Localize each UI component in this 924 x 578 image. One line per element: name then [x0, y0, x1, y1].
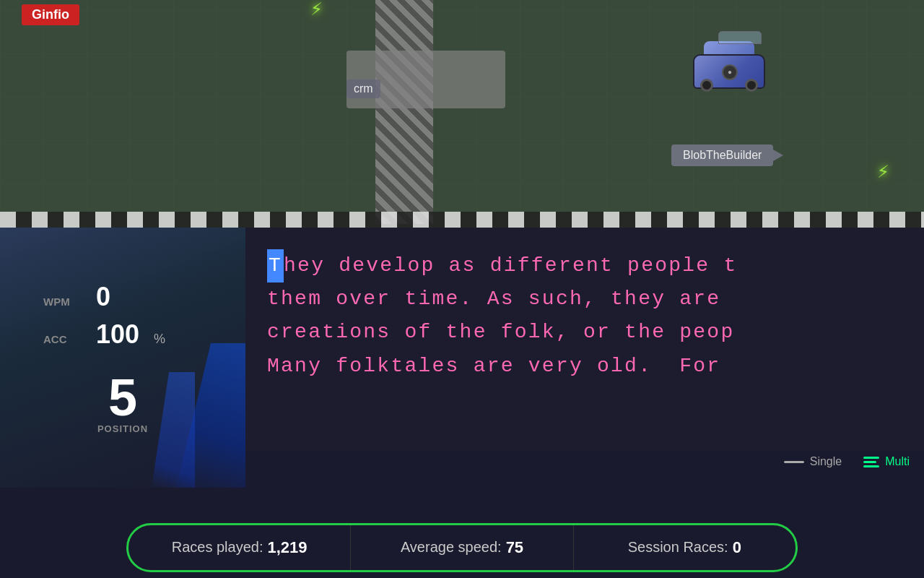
- multi-mode-option[interactable]: Multi: [863, 455, 910, 468]
- player-label-crm: crm: [346, 79, 380, 98]
- car-window: [718, 31, 762, 44]
- typing-text: They develop as different people t them …: [267, 249, 902, 383]
- stats-container: Races played: 1,219 Average speed: 75 Se…: [126, 523, 798, 572]
- player-label-ginfio: Ginfio: [22, 4, 79, 25]
- cursor-char: T: [267, 249, 284, 282]
- car-body: ●: [693, 54, 765, 89]
- lightning-icon-2: ⚡: [877, 159, 889, 184]
- blue-swoosh-decoration-2: [152, 372, 195, 488]
- session-races-value: 0: [733, 538, 741, 557]
- game-area: ⚡ ⚡ Ginfio crm BlobTheBuilder ●: [0, 0, 924, 228]
- wpm-row: WPM 0: [43, 282, 202, 312]
- mode-switcher: Single Multi: [784, 455, 910, 468]
- races-played-value: 1,219: [268, 538, 308, 557]
- lightning-icon: ⚡: [310, 0, 323, 21]
- single-mode-icon: [784, 461, 804, 463]
- multi-line-1: [863, 457, 879, 459]
- typing-area[interactable]: They develop as different people t them …: [245, 228, 924, 452]
- races-played-label: Races played:: [172, 539, 263, 556]
- multi-line-3: [863, 465, 879, 467]
- car-emblem: ●: [722, 64, 738, 80]
- session-races-stat: Session Races: 0: [574, 525, 796, 570]
- avg-speed-stat: Average speed: 75: [351, 525, 573, 570]
- single-mode-label[interactable]: Single: [810, 455, 842, 468]
- session-races-label: Session Races:: [628, 539, 728, 556]
- position-block: 5 POSITION: [97, 371, 148, 434]
- multi-mode-icon: [863, 457, 879, 467]
- player-label-blob: BlobTheBuilder: [671, 144, 773, 166]
- acc-value: 100: [96, 319, 139, 350]
- car-wheel-right: [745, 79, 758, 92]
- position-label: POSITION: [97, 423, 148, 434]
- wpm-label: WPM: [43, 296, 83, 308]
- stats-panel: WPM 0 ACC 100 % 5 POSITION: [0, 228, 245, 488]
- wpm-value: 0: [96, 282, 110, 312]
- tower-structure: [375, 0, 433, 224]
- car-wheel-left: [700, 79, 713, 92]
- single-mode-option[interactable]: Single: [784, 455, 842, 468]
- bottom-stats-bar: Races played: 1,219 Average speed: 75 Se…: [0, 517, 924, 578]
- multi-mode-label[interactable]: Multi: [885, 455, 910, 468]
- position-number: 5: [97, 371, 148, 423]
- multi-line-2: [863, 461, 876, 463]
- road-background: [0, 0, 924, 228]
- avg-speed-value: 75: [506, 538, 523, 557]
- avg-speed-label: Average speed:: [401, 539, 502, 556]
- car-blob: ●: [693, 54, 765, 95]
- acc-unit: %: [154, 332, 165, 347]
- finish-line-strip: [0, 212, 924, 228]
- races-played-stat: Races played: 1,219: [128, 525, 351, 570]
- acc-label: ACC: [43, 333, 83, 345]
- acc-row: ACC 100 %: [43, 319, 202, 350]
